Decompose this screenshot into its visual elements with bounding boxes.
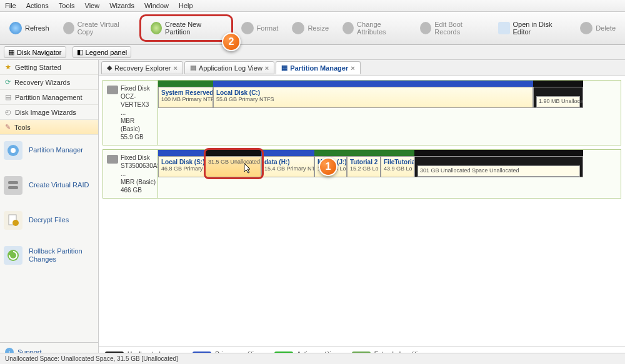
- menu-window[interactable]: Window: [144, 2, 169, 9]
- tool-partition-manager[interactable]: Partition Manager: [2, 139, 96, 162]
- workspace: Fixed DiskOCZ-VERTEX3 ...MBR (Basic)55.9…: [99, 76, 625, 347]
- partition-block[interactable]: FileTutoria43.9 GB Lo: [381, 156, 414, 177]
- close-icon[interactable]: ×: [265, 64, 269, 72]
- tab-application-log[interactable]: ▤Application Log View×: [184, 61, 274, 74]
- explorer-icon: ◆: [107, 64, 112, 72]
- open-disk-editor-button[interactable]: Open in Disk Editor: [492, 17, 572, 39]
- disk-editor-icon: [498, 22, 509, 34]
- sidebar-getting-started[interactable]: ★Getting Started: [0, 60, 98, 75]
- create-virtual-copy-button[interactable]: Create Virtual Copy: [58, 17, 138, 39]
- disk-partitions-1: Local Disk (S:)46.8 GB Primary Un31.5 GB…: [158, 156, 621, 177]
- format-button[interactable]: Format: [236, 19, 284, 37]
- disk-navigator-icon: ▦: [8, 48, 14, 56]
- refresh-icon: [9, 22, 22, 34]
- disk-navigator-toggle[interactable]: ▦Disk Navigator: [4, 46, 66, 58]
- partition-block[interactable]: System Reserved100 MB Primary NTFS: [158, 87, 213, 108]
- format-icon: [241, 22, 254, 34]
- svg-rect-3: [8, 186, 18, 189]
- partition-icon: ▤: [5, 93, 11, 101]
- legend-icon: ◧: [77, 48, 83, 56]
- edit-boot-records-button[interactable]: Edit Boot Records: [414, 17, 490, 39]
- star-icon: ★: [5, 63, 11, 71]
- disk-icon: [107, 155, 118, 164]
- disk-partitions-0: System Reserved100 MB Primary NTFSLocal …: [158, 87, 621, 108]
- view-toggles: ▦Disk Navigator ◧Legend panel: [0, 45, 625, 60]
- log-icon: ▤: [190, 64, 196, 72]
- tools-icon: ✎: [5, 123, 11, 131]
- tools-list: Partition Manager Create Virtual RAID De…: [0, 135, 98, 271]
- sidebar-recovery-wizards[interactable]: ⟳Recovery Wizards: [0, 75, 98, 90]
- partition-block[interactable]: Local Disk (C:)55.8 GB Primary NTFS: [213, 87, 533, 108]
- annotation-callout-2: 2: [222, 32, 241, 51]
- tool-create-virtual-raid[interactable]: Create Virtual RAID: [2, 174, 96, 197]
- svg-rect-2: [8, 181, 18, 184]
- virtual-copy-icon: [63, 22, 74, 34]
- sidebar: ★Getting Started ⟳Recovery Wizards ▤Part…: [0, 60, 99, 362]
- disk-bar-1: [158, 150, 621, 156]
- raid-icon: [4, 176, 22, 195]
- partition-tab-icon: ▦: [281, 64, 288, 72]
- sidebar-tools[interactable]: ✎Tools: [0, 120, 98, 135]
- disk-row-1: Fixed DiskST3500630AS ...MBR (Basic)466 …: [102, 149, 621, 199]
- menu-tools[interactable]: Tools: [59, 2, 75, 9]
- disk-info-1: Fixed DiskST3500630AS ...MBR (Basic)466 …: [103, 150, 158, 198]
- disk-icon: [107, 86, 118, 94]
- tabs: ◆Recovery Explorer× ▤Application Log Vie…: [99, 60, 625, 76]
- svg-point-1: [11, 148, 16, 153]
- rollback-icon: [4, 246, 22, 265]
- menu-help[interactable]: Help: [179, 2, 193, 9]
- menu-actions[interactable]: Actions: [26, 2, 49, 9]
- close-icon[interactable]: ×: [351, 64, 354, 72]
- tab-recovery-explorer[interactable]: ◆Recovery Explorer×: [101, 61, 183, 74]
- delete-icon: [580, 22, 592, 34]
- partition-block[interactable]: Tutorial 215.2 GB Lo: [347, 156, 381, 177]
- create-new-partition-button[interactable]: Create New Partition: [145, 17, 227, 39]
- disk-info-0: Fixed DiskOCZ-VERTEX3 ...MBR (Basic)55.9…: [103, 81, 158, 145]
- menu-wizards[interactable]: Wizards: [109, 2, 134, 9]
- partition-block[interactable]: data (H:)15.4 GB Primary NT: [261, 156, 314, 177]
- tab-partition-manager[interactable]: ▦Partition Manager×: [276, 61, 360, 74]
- tool-rollback-changes[interactable]: Rollback Partition Changes: [2, 243, 96, 267]
- partition-block[interactable]: 301 GB Unallocated Space Unallocated: [414, 156, 583, 177]
- menu-file[interactable]: File: [5, 2, 16, 9]
- sidebar-disk-image-wizards[interactable]: ◴Disk Image Wizards: [0, 105, 98, 120]
- partition-block[interactable]: Local Disk (S:)46.8 GB Primary Un: [158, 156, 205, 177]
- status-bar: Unallocated Space: Unallocated Space, 31…: [0, 353, 625, 364]
- resize-button[interactable]: Resize: [286, 19, 334, 37]
- legend-panel-toggle[interactable]: ◧Legend panel: [72, 46, 132, 58]
- menubar: File Actions Tools View Wizards Window H…: [0, 0, 625, 12]
- sidebar-partition-management[interactable]: ▤Partition Management: [0, 90, 98, 105]
- boot-records-icon: [420, 22, 431, 34]
- partition-block[interactable]: 1.90 MB Unallocated: [533, 87, 583, 108]
- annotation-callout-1: 1: [319, 157, 338, 176]
- disk-image-icon: ◴: [5, 108, 11, 116]
- tool-decrypt-files[interactable]: Decrypt Files: [2, 209, 96, 232]
- partition-block[interactable]: 31.5 GB Unallocated: [205, 156, 261, 177]
- delete-button[interactable]: Delete: [574, 19, 621, 37]
- attributes-icon: [342, 22, 354, 34]
- partition-manager-icon: [4, 141, 22, 160]
- change-attributes-button[interactable]: Change Attributes: [337, 17, 412, 39]
- disk-bar-0: [158, 81, 621, 87]
- menu-view[interactable]: View: [85, 2, 100, 9]
- close-icon[interactable]: ×: [173, 64, 177, 72]
- annotation-highlight-2: Create New Partition: [139, 14, 232, 42]
- disk-row-0: Fixed DiskOCZ-VERTEX3 ...MBR (Basic)55.9…: [102, 80, 621, 145]
- wizard-icon: ⟳: [5, 78, 11, 86]
- create-partition-icon: [151, 22, 162, 34]
- resize-icon: [292, 22, 304, 34]
- refresh-button[interactable]: Refresh: [4, 19, 55, 37]
- toolbar: Refresh Create Virtual Copy Create New P…: [0, 12, 625, 45]
- svg-point-5: [12, 220, 19, 226]
- decrypt-icon: [4, 211, 22, 230]
